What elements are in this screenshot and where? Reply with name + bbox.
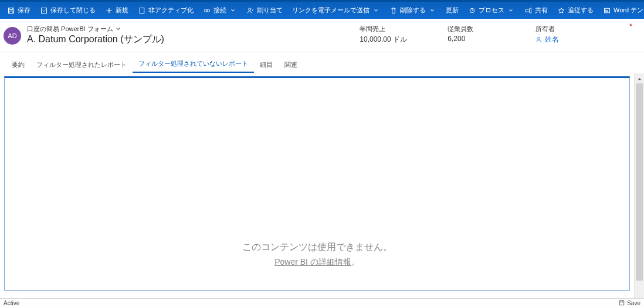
deactivate-button[interactable]: 非アクティブ化 — [133, 2, 198, 19]
form-name: 口座の簡易 PowerBI フォーム — [27, 25, 113, 33]
svg-rect-12 — [621, 301, 623, 302]
label: 新規 — [116, 6, 128, 15]
deactivate-icon — [138, 6, 146, 15]
svg-point-10 — [538, 37, 540, 39]
label: 年間売上 — [360, 25, 430, 33]
scroll-thumb[interactable] — [636, 83, 643, 281]
value: 10,000.00 ドル — [360, 35, 430, 45]
avatar: AD — [4, 27, 21, 45]
assign-button[interactable]: 割り当て — [242, 2, 287, 19]
svg-point-7 — [249, 8, 251, 10]
star-icon — [557, 6, 565, 15]
label: 接続 — [213, 6, 226, 15]
chevron-down-icon — [229, 6, 237, 15]
save-close-button[interactable]: 保存して閉じる — [35, 2, 100, 19]
label: 従業員数 — [448, 25, 518, 33]
svg-rect-1 — [10, 8, 13, 9]
share-icon — [524, 6, 533, 15]
label: 割り当て — [257, 6, 283, 15]
annual-revenue: 年間売上 10,000.00 ドル — [360, 25, 430, 45]
label: 所有者 — [535, 25, 606, 33]
label: 共有 — [535, 6, 548, 15]
owner-name: 姓名 — [545, 35, 559, 45]
label: リンクを電子メールで送信 — [292, 6, 370, 14]
label: 保存 — [18, 6, 30, 15]
process-icon — [468, 6, 476, 15]
svg-point-5 — [205, 9, 208, 12]
record-title: A. Datum Corporation (サンプル) — [27, 33, 164, 46]
learn-more-link[interactable]: Power BI の詳細情報 — [274, 257, 351, 266]
learn-more-line: Power BI の詳細情報。 — [274, 257, 360, 268]
form-tabs: 要約 フィルター処理されたレポート フィルター処理されていないレポート 細目 関… — [0, 52, 644, 73]
assign-icon — [246, 6, 255, 15]
tab-related[interactable]: 関連 — [279, 57, 303, 73]
svg-rect-11 — [619, 301, 624, 305]
employee-count: 従業員数 6,200 — [448, 25, 518, 43]
label: 削除する — [400, 6, 426, 15]
share-button[interactable]: 共有 — [520, 2, 553, 19]
label: Word テンプレート — [614, 6, 644, 15]
svg-rect-2 — [9, 11, 13, 13]
save-icon — [7, 6, 15, 15]
trash-icon — [389, 6, 398, 15]
tab-unfiltered-report[interactable]: フィルター処理されていないレポート — [133, 56, 254, 73]
save-icon — [619, 300, 625, 306]
save-close-icon — [40, 6, 48, 15]
save-button[interactable]: 保存 — [2, 2, 35, 19]
owner-field: 所有者 姓名 — [535, 25, 606, 45]
chevron-down-icon — [428, 6, 436, 15]
label: 追従する — [568, 6, 594, 15]
scroll-track[interactable] — [635, 83, 644, 298]
svg-rect-4 — [140, 8, 144, 13]
report-panel: このコンテンツは使用できません。 Power BI の詳細情報。 — [0, 73, 634, 307]
scroll-up-button[interactable] — [635, 75, 644, 83]
record-header: AD 口座の簡易 PowerBI フォーム A. Datum Corporati… — [0, 19, 644, 52]
label: 非アクティブ化 — [148, 6, 194, 15]
label: Save — [627, 300, 640, 306]
powerbi-frame: このコンテンツは使用できません。 Power BI の詳細情報。 — [4, 76, 630, 291]
tab-summary[interactable]: 要約 — [6, 57, 30, 73]
svg-rect-3 — [42, 8, 47, 13]
label: プロセス — [479, 6, 504, 15]
footer-save-button[interactable]: Save — [619, 300, 640, 306]
person-icon — [535, 36, 542, 43]
delete-button[interactable]: 削除する — [385, 2, 441, 19]
tab-details[interactable]: 細目 — [254, 57, 279, 73]
chevron-down-icon — [507, 6, 515, 15]
plus-icon — [105, 6, 113, 15]
chevron-down-icon — [372, 6, 380, 15]
email-link-button[interactable]: リンクを電子メールで送信 — [287, 2, 385, 19]
chevron-down-icon — [116, 26, 121, 32]
connect-icon — [203, 6, 211, 15]
word-icon — [603, 6, 611, 15]
value: 6,200 — [448, 35, 518, 43]
word-template-button[interactable]: Word テンプレート — [598, 2, 644, 19]
vertical-scrollbar[interactable] — [634, 73, 644, 307]
label: 保存して閉じる — [50, 6, 96, 15]
form-selector[interactable]: 口座の簡易 PowerBI フォーム — [27, 25, 164, 33]
required-indicator: * — [629, 22, 632, 31]
process-button[interactable]: プロセス — [463, 2, 520, 19]
new-button[interactable]: 新規 — [100, 2, 133, 19]
command-bar: 保存 保存して閉じる 新規 非アクティブ化 接続 割り当て リン — [0, 2, 644, 19]
label: 更新 — [446, 6, 459, 15]
connect-button[interactable]: 接続 — [198, 2, 242, 19]
refresh-button[interactable]: 更新 — [441, 2, 463, 19]
unavailable-message: このコンテンツは使用できません。 — [242, 241, 392, 254]
value[interactable]: 姓名 — [535, 35, 606, 45]
follow-button[interactable]: 追従する — [553, 2, 598, 19]
tab-filtered-report[interactable]: フィルター処理されたレポート — [30, 57, 133, 73]
status-bar: Active Save — [0, 298, 644, 307]
svg-point-6 — [207, 9, 210, 12]
learn-more-suffix: 。 — [351, 257, 360, 266]
status-text: Active — [4, 300, 19, 306]
